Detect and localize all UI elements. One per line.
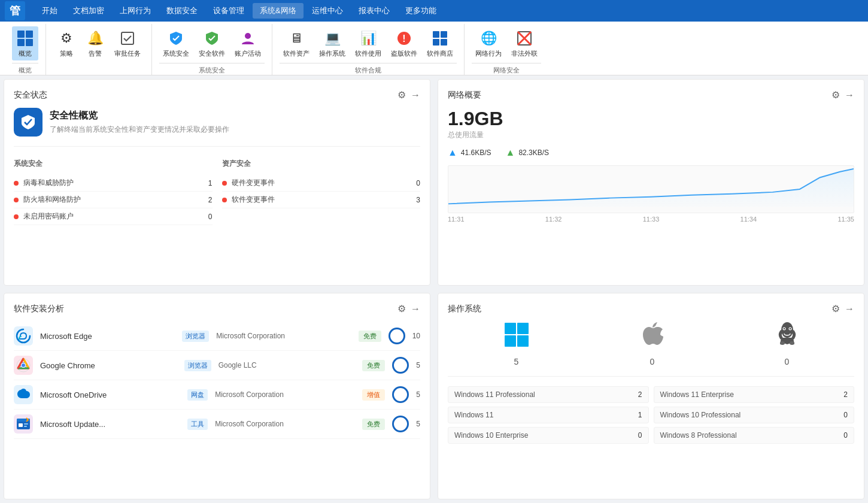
ribbon-illegal[interactable]: 非法外联 (508, 26, 541, 60)
os-cell-win10ent: Windows 10 Enterprise 0 (448, 427, 649, 444)
ribbon-piracy[interactable]: ! 盗版软件 (387, 26, 421, 60)
security-overview: 安全性概览 了解终端当前系统安全性和资产变更情况并采取必要操作 (14, 108, 420, 147)
os-icons: 5 0 (448, 322, 854, 377)
ribbon-softuse[interactable]: 📊 软件使用 (351, 26, 385, 60)
ribbon-opsystem[interactable]: 💻 操作系统 (315, 26, 349, 60)
nav-doc-encrypt[interactable]: 文档加密 (66, 3, 111, 19)
svg-rect-11 (441, 39, 447, 46)
hw-dot (222, 181, 227, 186)
security-settings-icon[interactable]: ⚙ (397, 89, 406, 101)
onedrive-count: 5 (416, 390, 420, 399)
nav-start[interactable]: 开始 (35, 3, 65, 19)
linux-os-item: 0 (775, 322, 799, 366)
ribbon-policy[interactable]: ⚙ 策略 (53, 26, 80, 60)
svg-point-34 (789, 328, 790, 329)
ribbon-task[interactable]: 审批任务 (111, 26, 144, 60)
os-cell-win10pro: Windows 10 Professional 0 (654, 407, 855, 423)
softuse-icon: 📊 (359, 29, 378, 48)
softasset-icon: 🖥 (287, 29, 306, 48)
password-label: 未启用密码账户 (14, 211, 208, 222)
chart-label-4: 11:35 (837, 216, 854, 223)
svg-point-33 (783, 328, 784, 329)
nav-data-security[interactable]: 数据安全 (159, 3, 205, 19)
password-count: 0 (208, 213, 213, 221)
svg-rect-24 (24, 423, 28, 425)
windows-os-item: 5 (503, 322, 530, 366)
os-cell-win11ent: Windows 11 Enterprise 2 (654, 386, 855, 403)
sysecurity-label: 系统安全 (163, 49, 189, 58)
ribbon-group-manage: ⚙ 策略 🔔 告警 审批任务 - (46, 24, 152, 75)
os-table-row: Windows 11 Professional 2 Windows 11 Ent… (448, 386, 854, 403)
firewall-label: 防火墙和网络防护 (14, 195, 208, 205)
overview-icon (16, 29, 35, 48)
os-title: 操作系统 (448, 304, 481, 314)
nav-reports[interactable]: 报表中心 (351, 3, 397, 19)
network-stat: 1.9GB 总使用流量 (448, 108, 854, 140)
main-content: 安全状态 ⚙ → 安全性概览 了解终端当前系统安全性和资产变更情况并采取必要操作… (0, 75, 868, 503)
ribbon-alert[interactable]: 🔔 告警 (82, 26, 108, 60)
update-count: 5 (416, 420, 420, 428)
chrome-tag: 浏览器 (184, 360, 211, 371)
os-arrow-icon[interactable]: → (845, 304, 854, 314)
virus-dot (14, 181, 19, 186)
svg-rect-4 (122, 32, 133, 44)
ribbon-group-overview: 概览 概览 (5, 24, 46, 75)
software-actions: ⚙ → (397, 303, 420, 314)
secsoft-label: 安全软件 (199, 49, 225, 58)
ribbon-appstore[interactable]: 软件商店 (423, 26, 457, 60)
list-item: Google Chrome 浏览器 Google LLC 免费 5 (14, 351, 420, 380)
policy-label: 策略 (60, 49, 73, 58)
nav-system-network[interactable]: 系统&网络 (253, 3, 304, 19)
edge-tag: 浏览器 (182, 331, 209, 342)
alert-icon: 🔔 (86, 29, 105, 48)
chrome-icon (14, 356, 33, 375)
netsecurity-group-label: 网络安全 (472, 63, 541, 76)
network-arrow-icon[interactable]: → (845, 90, 854, 101)
software-settings-icon[interactable]: ⚙ (397, 303, 406, 314)
security-arrow-icon[interactable]: → (411, 90, 420, 101)
svg-rect-0 (17, 31, 25, 38)
illegal-label: 非法外联 (511, 49, 538, 58)
os-table-row: Windows 10 Enterprise 0 Windows 8 Profes… (448, 427, 854, 444)
ribbon-secsoft[interactable]: 安全软件 (195, 26, 229, 60)
sw-change-label: 软件变更事件 (222, 195, 417, 205)
top-navigation: 管 开始 文档加密 上网行为 数据安全 设备管理 系统&网络 运维中心 报表中心… (0, 0, 868, 22)
network-actions: ⚙ → (831, 89, 854, 101)
alert-label: 告警 (89, 49, 102, 58)
policy-icon: ⚙ (57, 29, 76, 48)
edge-free: 免费 (359, 331, 381, 342)
ribbon-netbehavior[interactable]: 🌐 网络行为 (472, 26, 505, 60)
onedrive-icon (14, 385, 33, 404)
os-settings-icon[interactable]: ⚙ (831, 303, 840, 314)
linux-icon (775, 322, 799, 353)
upload-value: 41.6KB/S (461, 149, 491, 157)
upload-arrow-icon: ▲ (448, 147, 457, 158)
list-item: Microsoft OneDrive 网盘 Microsoft Corporat… (14, 380, 420, 410)
security-overview-desc: 了解终端当前系统安全性和资产变更情况并采取必要操作 (50, 125, 229, 135)
svg-rect-28 (505, 335, 516, 347)
nav-device[interactable]: 设备管理 (206, 3, 251, 19)
edge-circle (389, 328, 405, 344)
svg-rect-25 (24, 426, 27, 427)
os-panel: 操作系统 ⚙ → 5 (438, 293, 864, 499)
ribbon-sysecurity[interactable]: 系统安全 (159, 26, 193, 60)
svg-rect-26 (505, 323, 516, 334)
update-free: 免费 (362, 419, 385, 430)
network-panel: 网络概要 ⚙ → 1.9GB 总使用流量 ▲ 41.6KB/S ▲ 82.3KB… (438, 79, 864, 286)
ribbon-softasset[interactable]: 🖥 软件资产 (280, 26, 313, 60)
ribbon-account[interactable]: 账户活动 (231, 26, 265, 60)
sw-dot (222, 198, 227, 202)
download-value: 82.3KB/S (518, 149, 549, 157)
software-arrow-icon[interactable]: → (411, 304, 420, 314)
appstore-icon (430, 29, 450, 48)
ribbon-overview[interactable]: 概览 (12, 26, 38, 60)
os-cell-win11pro: Windows 11 Professional 2 (448, 386, 649, 403)
asset-security-section: 资产安全 硬件变更事件 0 软件变更事件 3 (222, 159, 421, 225)
nav-more[interactable]: 更多功能 (398, 3, 444, 19)
network-settings-icon[interactable]: ⚙ (831, 89, 840, 101)
virus-count: 1 (208, 179, 213, 187)
nav-internet[interactable]: 上网行为 (113, 3, 158, 19)
nav-ops[interactable]: 运维中心 (305, 3, 350, 19)
edge-vendor: Microsoft Corporation (216, 332, 351, 340)
linux-count: 0 (775, 357, 799, 366)
